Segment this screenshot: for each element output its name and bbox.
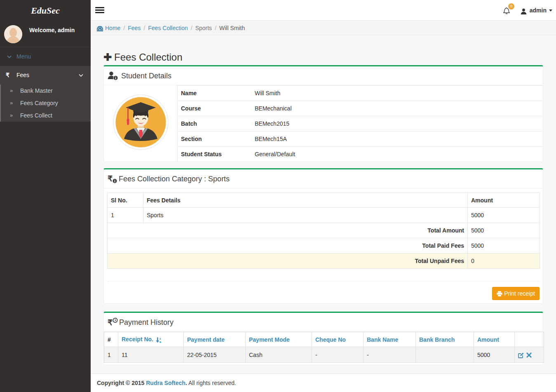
svg-text:₹: ₹ [108,318,113,327]
svg-text:z: z [160,337,161,340]
svg-text:a: a [160,340,161,343]
svg-text:₹: ₹ [108,174,113,183]
